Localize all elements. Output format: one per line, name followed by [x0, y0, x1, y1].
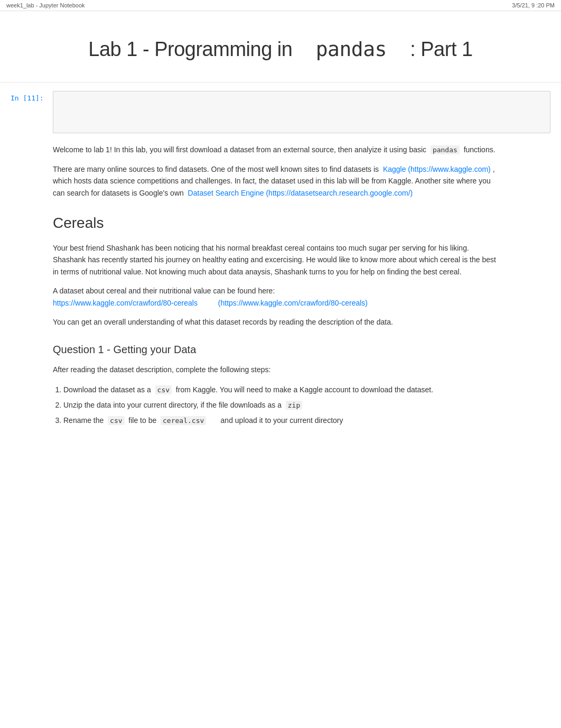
- question1-intro: After reading the dataset description, c…: [53, 364, 497, 375]
- cereals-link-2[interactable]: (https://www.kaggle.com/crawford/80-cere…: [218, 299, 368, 307]
- step2-code: zip: [286, 401, 302, 410]
- intro-text-1b: functions.: [464, 145, 495, 154]
- title-part1: Lab 1 - Programming in: [88, 38, 292, 60]
- step1-text-a: Download the dataset as a: [63, 385, 151, 394]
- cereals-heading: Cereals: [53, 215, 497, 232]
- browser-bar: week1_lab - Jupyter Notebook 3/5/21, 9 :…: [0, 0, 561, 11]
- step3-text-a: Rename the: [63, 416, 104, 425]
- notebook-container: Lab 1 - Programming in pandas : Part 1 I…: [0, 11, 561, 456]
- intro-text-1a: Welcome to lab 1! In this lab, you will …: [53, 145, 426, 154]
- step-3: Rename the csv file to be cereal.csv and…: [63, 414, 497, 427]
- step2-text: Unzip the data into your current directo…: [63, 401, 282, 409]
- intro-para-1: Welcome to lab 1! In this lab, you will …: [53, 144, 497, 156]
- notebook-title: Lab 1 - Programming in pandas : Part 1: [0, 22, 561, 82]
- content-area: Welcome to lab 1! In this lab, you will …: [0, 133, 507, 445]
- cereals-link-1[interactable]: https://www.kaggle.com/crawford/80-cerea…: [53, 299, 198, 307]
- question1-heading: Question 1 - Getting your Data: [53, 344, 497, 356]
- step-2: Unzip the data into your current directo…: [63, 399, 497, 412]
- step3-code-2: cereal.csv: [161, 416, 206, 425]
- step1-code: csv: [155, 385, 172, 394]
- cereals-para-2: A dataset about cereal and their nutriti…: [53, 285, 497, 309]
- timestamp: 3/5/21, 9 :20 PM: [512, 2, 555, 8]
- step3-text-1: file to be: [128, 416, 156, 425]
- step3-code-1: csv: [108, 416, 124, 425]
- title-part2: : Part 1: [410, 38, 473, 60]
- step-1: Download the dataset as a csv from Kaggl…: [63, 383, 497, 397]
- step1-text-b: from Kaggle. You will need to make a Kag…: [176, 385, 433, 394]
- title-divider: [0, 82, 561, 82]
- step3-text-2: and upload it to your current directory: [221, 416, 343, 425]
- steps-list: Download the dataset as a csv from Kaggl…: [63, 383, 497, 428]
- cereals-para-3: You can get an overall understanding of …: [53, 316, 497, 328]
- cell-label: In [11]:: [11, 91, 53, 102]
- title-code: pandas: [314, 37, 389, 61]
- cereals-para-1: Your best friend Shashank has been notic…: [53, 242, 497, 278]
- intro-text-2a: There are many online sources to find da…: [53, 165, 379, 173]
- page-wrapper: week1_lab - Jupyter Notebook 3/5/21, 9 :…: [0, 0, 561, 728]
- intro-code-1: pandas: [431, 145, 460, 154]
- cell-input-box[interactable]: [53, 91, 550, 133]
- kaggle-link[interactable]: Kaggle (https://www.kaggle.com): [383, 165, 491, 173]
- cell-area: In [11]:: [0, 91, 561, 133]
- google-link[interactable]: Dataset Search Engine (https://datasetse…: [188, 189, 413, 197]
- intro-para-2: There are many online sources to find da…: [53, 163, 497, 199]
- cereals-text-2a: A dataset about cereal and their nutriti…: [53, 287, 275, 295]
- tab-title: week1_lab - Jupyter Notebook: [6, 2, 85, 8]
